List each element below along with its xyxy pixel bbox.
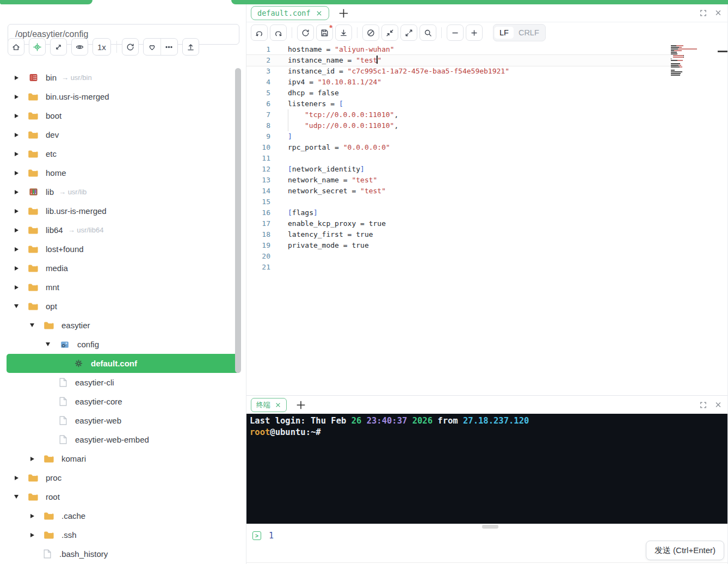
- tree-item-.cache[interactable]: .cache: [7, 506, 240, 525]
- upload-button[interactable]: [182, 38, 199, 56]
- new-terminal-tab-button[interactable]: [296, 400, 306, 410]
- editor-fullscreen-icon[interactable]: [699, 9, 707, 17]
- tree-item-proc[interactable]: proc: [7, 468, 240, 487]
- terminal-panel: 终端 Last login: Thu Feb 26: [246, 395, 727, 564]
- chevron-down-icon[interactable]: [28, 321, 36, 330]
- chevron-right-icon[interactable]: [12, 169, 21, 177]
- chevron-right-icon[interactable]: [12, 188, 21, 197]
- tab-close-icon[interactable]: [275, 402, 281, 408]
- tree-item-media[interactable]: media: [7, 259, 240, 278]
- zoom-level-button[interactable]: 1x: [92, 38, 111, 56]
- save-icon: [320, 28, 329, 38]
- chevron-down-icon[interactable]: [44, 340, 52, 349]
- eol-option-crlf[interactable]: CRLF: [514, 27, 544, 39]
- editor-close-icon[interactable]: [714, 9, 722, 17]
- line-number: 8: [246, 120, 270, 131]
- chevron-down-icon[interactable]: [12, 302, 21, 311]
- search-icon: [423, 28, 433, 38]
- tab-close-icon[interactable]: [316, 10, 323, 17]
- chevron-right-icon[interactable]: [28, 531, 36, 540]
- chevron-right-icon[interactable]: [12, 245, 21, 254]
- tree-item-default.conf[interactable]: default.conf: [7, 354, 240, 373]
- panel-resize-handle[interactable]: [482, 525, 498, 529]
- folder-icon: [28, 92, 39, 102]
- tree-item-label: komari: [61, 454, 86, 463]
- tree-item-config[interactable]: config: [7, 335, 240, 354]
- tree-item-root[interactable]: root: [7, 487, 240, 506]
- tree-item-.ssh[interactable]: .ssh: [7, 525, 240, 544]
- line-number: 5: [246, 88, 270, 99]
- chevron-right-icon[interactable]: [12, 207, 21, 216]
- terminal-screen[interactable]: Last login: Thu Feb 26 23:40:37 2026 fro…: [246, 414, 727, 524]
- tree-item-bin[interactable]: bin→ usr/bin: [7, 68, 240, 87]
- tree-item-mnt[interactable]: mnt: [7, 278, 240, 297]
- zoom-in-button[interactable]: [466, 24, 483, 41]
- chevron-right-icon[interactable]: [12, 93, 21, 101]
- tree-item-lib[interactable]: lib→ usr/lib: [7, 182, 240, 201]
- tree-item-bin.usr-is-merged[interactable]: bin.usr-is-merged: [7, 87, 240, 106]
- toolbar-divider: [116, 41, 117, 53]
- tree-item-boot[interactable]: boot: [7, 106, 240, 125]
- file-icon: [57, 435, 68, 445]
- more-icon: [164, 42, 174, 52]
- file-manager-app: 1x bin→ usr/binbin.usr-is-mergedbootdeve…: [0, 0, 728, 564]
- code-editor[interactable]: 1hostname = "aliyun-wuhan"2instance_name…: [246, 43, 727, 395]
- tree-item-easytier-cli[interactable]: easytier-cli: [7, 373, 240, 392]
- tree-item-opt[interactable]: opt: [7, 297, 240, 316]
- tree-item-.bash_history[interactable]: .bash_history: [7, 544, 240, 563]
- tree-item-easytier-core[interactable]: easytier-core: [7, 392, 240, 411]
- tree-item-lost+found[interactable]: lost+found: [7, 240, 240, 259]
- chevron-right-icon[interactable]: [12, 226, 21, 235]
- tree-item-lib.usr-is-merged[interactable]: lib.usr-is-merged: [7, 201, 240, 220]
- tree-item-easytier-web-embed[interactable]: easytier-web-embed: [7, 430, 240, 449]
- download-button[interactable]: [335, 24, 352, 41]
- tree-item-dev[interactable]: dev: [7, 125, 240, 144]
- refresh-button[interactable]: [122, 38, 139, 56]
- chevron-right-icon[interactable]: [12, 112, 21, 120]
- undo-button[interactable]: [251, 24, 268, 41]
- redo-button[interactable]: [270, 24, 287, 41]
- home-button[interactable]: [8, 38, 24, 56]
- new-editor-tab-button[interactable]: [338, 8, 349, 19]
- line-number: 21: [246, 262, 270, 273]
- chevron-right-icon[interactable]: [12, 283, 21, 292]
- zoom-out-button[interactable]: [447, 24, 464, 41]
- reload-button[interactable]: [297, 24, 314, 41]
- expand-button[interactable]: [400, 24, 417, 41]
- compass-button[interactable]: [362, 24, 379, 41]
- locate-button[interactable]: [29, 38, 46, 56]
- fit-button[interactable]: [50, 38, 67, 56]
- chevron-right-icon[interactable]: [12, 474, 21, 482]
- terminal-tab-label: 终端: [256, 400, 270, 410]
- search-button[interactable]: [419, 24, 436, 41]
- favorite-button[interactable]: [144, 39, 161, 55]
- chevron-right-icon[interactable]: [28, 455, 36, 463]
- sidebar-toolbar: 1x: [8, 38, 203, 56]
- eol-option-lf[interactable]: LF: [495, 27, 514, 39]
- tree-item-komari[interactable]: komari: [7, 449, 240, 468]
- favorite-icon: [147, 42, 157, 52]
- chevron-right-icon[interactable]: [28, 512, 36, 520]
- chevron-right-icon[interactable]: [12, 131, 21, 139]
- editor-minimap[interactable]: [671, 45, 710, 79]
- terminal-fullscreen-icon[interactable]: [699, 401, 707, 409]
- terminal-tab[interactable]: 终端: [251, 398, 287, 412]
- chevron-right-icon[interactable]: [12, 150, 21, 158]
- tree-item-easytier[interactable]: easytier: [7, 316, 240, 335]
- zoom-level-label: 1x: [96, 42, 108, 52]
- tree-item-etc[interactable]: etc: [7, 144, 240, 163]
- save-button[interactable]: *: [316, 24, 333, 41]
- chevron-right-icon[interactable]: [12, 73, 21, 82]
- terminal-close-icon[interactable]: [714, 401, 722, 409]
- tree-item-lib64[interactable]: lib64→ usr/lib64: [7, 220, 240, 240]
- chevron-right-icon[interactable]: [12, 264, 21, 273]
- chevron-down-icon[interactable]: [12, 493, 21, 501]
- send-button[interactable]: 发送 (Ctrl+Enter): [646, 541, 724, 560]
- collapse-button[interactable]: [381, 24, 398, 41]
- eye-button[interactable]: [71, 38, 88, 56]
- tree-item-easytier-web[interactable]: easytier-web: [7, 411, 240, 430]
- tree-item-home[interactable]: home: [7, 163, 240, 182]
- sidebar-scrollbar[interactable]: [235, 68, 241, 373]
- editor-tab-default-conf[interactable]: default.conf: [251, 6, 329, 20]
- more-button[interactable]: [161, 39, 177, 55]
